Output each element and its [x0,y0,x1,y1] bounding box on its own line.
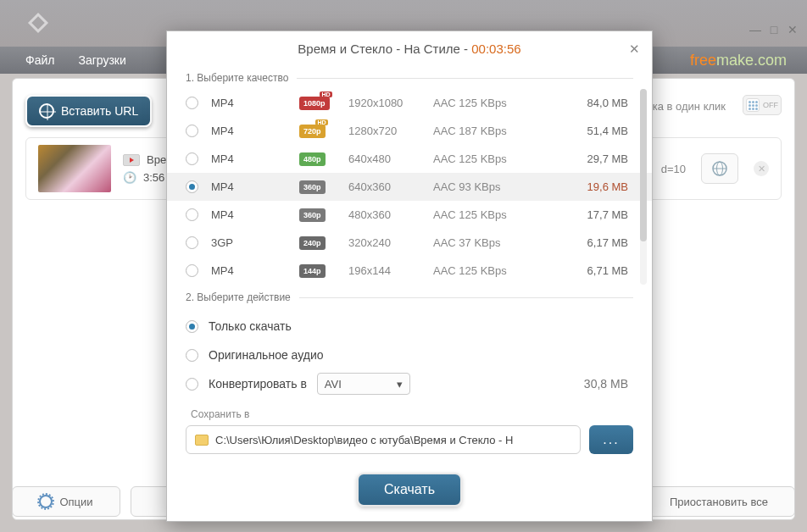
one-click-label-tail: узка в один клик [642,100,726,113]
menu-file[interactable]: Файл [25,53,54,67]
quality-row[interactable]: MP4360p480x360AAC 125 KBps17,7 MB [167,201,652,229]
brand-free: free [690,52,716,69]
action-download-only[interactable]: Только скачать [186,312,633,341]
download-dialog: Время и Стекло - На Стиле - 00:03:56 ✕ 1… [166,30,653,522]
video-thumbnail [38,145,111,192]
dialog-header: Время и Стекло - На Стиле - 00:03:56 ✕ [167,31,652,65]
options-button[interactable]: Опции [12,486,120,517]
action-convert-to-label: Конвертировать в [209,377,307,391]
app-logo-icon [25,10,51,36]
quality-format: MP4 [211,97,274,109]
folder-icon [195,435,209,446]
convert-format-select[interactable]: AVI ▾ [317,373,410,395]
brand-rest: make.com [716,52,787,69]
quality-format: MP4 [211,125,274,137]
quality-codec: AAC 93 KBps [433,180,552,193]
save-path-field[interactable]: C:\Users\Юлия\Desktop\видео с ютуба\Врем… [186,425,581,454]
quality-badge: 360p [299,180,326,194]
section-action-text: 2. Выберите действие [186,291,291,303]
radio-icon [186,320,198,333]
quality-resolution: 1920x1080 [348,97,433,109]
quality-codec: AAC 37 KBps [433,236,552,249]
youtube-icon [123,154,140,166]
quality-resolution: 1280x720 [348,125,433,137]
gear-icon [39,495,53,508]
quality-row[interactable]: MP4360p640x360AAC 93 KBps19,6 MB [167,173,652,201]
quality-row[interactable]: MP41080pHD1920x1080AAC 125 KBps84,0 MB [167,89,652,117]
menu-downloads[interactable]: Загрузки [78,53,125,67]
radio-icon [186,208,198,221]
quality-resolution: 196x144 [348,264,433,277]
quality-format: MP4 [211,264,274,277]
options-label: Опции [59,496,92,508]
quality-size: 51,4 MB [552,125,652,137]
svg-rect-0 [30,14,47,31]
toggle-grip-icon [746,98,760,112]
clock-icon: 🕑 [123,171,136,184]
quality-format: 3GP [211,236,274,249]
action-download-only-label: Только скачать [209,319,292,333]
quality-format: MP4 [211,180,274,193]
quality-badge: 240p [299,236,326,250]
pause-all-button[interactable]: Приостановить все [643,486,795,517]
save-path-value: C:\Users\Юлия\Desktop\видео с ютуба\Врем… [215,434,513,446]
remove-item-button[interactable]: ✕ [754,161,769,176]
quality-resolution: 640x480 [348,152,433,165]
window-close-button[interactable]: ✕ [787,24,799,36]
browse-button[interactable]: ... [589,425,633,454]
dialog-title: Время и Стекло - На Стиле [298,42,460,56]
quality-codec: AAC 187 KBps [433,125,552,137]
convert-format-value: AVI [325,378,342,391]
globe-icon [39,103,54,119]
queue-url-tail: d=10 [661,163,686,175]
section-quality-label: 1. Выберите качество [186,72,652,84]
quality-size: 6,71 MB [552,264,652,277]
action-original-audio[interactable]: Оригинальное аудио [186,341,633,369]
window-minimize-button[interactable]: — [749,24,761,36]
queue-duration: 3:56 [143,171,164,184]
quality-codec: AAC 125 KBps [433,208,552,221]
quality-row[interactable]: 3GP240p320x240AAC 37 KBps6,17 MB [167,229,652,257]
section-quality-text: 1. Выберите качество [186,72,288,84]
download-button[interactable]: Скачать [357,473,462,507]
radio-icon [186,264,198,277]
quality-codec: AAC 125 KBps [433,152,552,165]
quality-row[interactable]: MP4720pHD1280x720AAC 187 KBps51,4 MB [167,117,652,145]
quality-badge: 480p [299,152,326,166]
one-click-toggle[interactable]: OFF [743,95,782,115]
toggle-off-label: OFF [763,101,778,109]
convert-size: 30,8 MB [584,377,633,391]
radio-icon [186,125,198,137]
paste-url-label: Вставить URL [61,104,138,118]
radio-icon [186,236,198,249]
quality-size: 17,7 MB [552,208,652,221]
brand-link[interactable]: freemake.com [690,52,787,69]
quality-row[interactable]: MP4480p640x480AAC 125 KBps29,7 MB [167,145,652,173]
quality-scrollbar-thumb[interactable] [640,89,647,241]
action-original-audio-label: Оригинальное аудио [209,348,324,362]
paste-url-button[interactable]: Вставить URL [25,95,152,127]
open-source-button[interactable] [701,153,738,184]
quality-list: MP41080pHD1920x1080AAC 125 KBps84,0 MBMP… [167,89,652,285]
quality-row[interactable]: MP4144p196x144AAC 125 KBps6,71 MB [167,257,652,285]
quality-badge: 144p [299,264,326,278]
dialog-close-button[interactable]: ✕ [629,42,640,57]
radio-icon [186,378,198,391]
section-action-label: 2. Выберите действие [186,291,652,303]
dialog-duration: 00:03:56 [471,42,520,56]
quality-codec: AAC 125 KBps [433,97,552,109]
quality-format: MP4 [211,152,274,165]
quality-badge: 360p [299,208,326,222]
window-maximize-button[interactable]: □ [768,24,780,36]
quality-size: 29,7 MB [552,152,652,165]
radio-icon [186,349,198,362]
save-to-label: Сохранить в [191,408,652,420]
chevron-down-icon: ▾ [397,378,403,391]
radio-icon [186,152,198,165]
radio-icon [186,97,198,109]
quality-resolution: 320x240 [348,236,433,249]
quality-codec: AAC 125 KBps [433,264,552,277]
action-convert-to[interactable]: Конвертировать в AVI ▾ 30,8 MB [186,369,633,398]
globe-icon [711,160,728,177]
quality-size: 19,6 MB [552,180,652,193]
